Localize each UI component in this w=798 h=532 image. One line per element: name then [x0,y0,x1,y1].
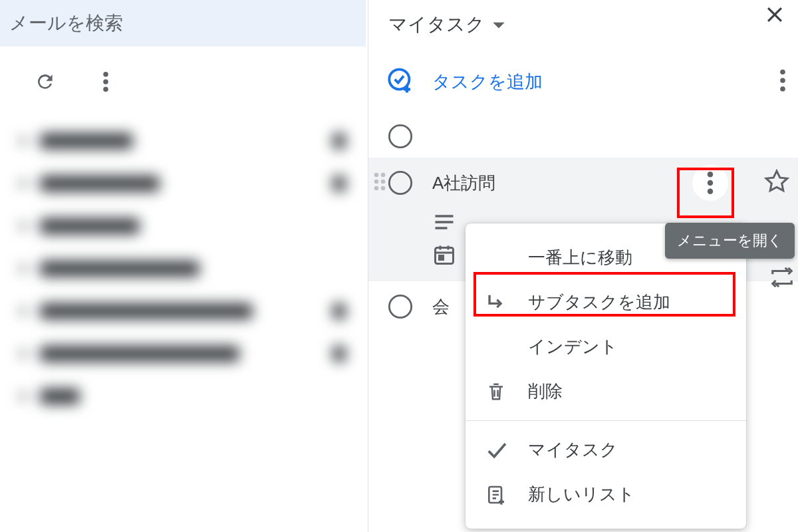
notes-icon[interactable] [432,212,456,235]
svg-point-0 [103,72,108,77]
task-title: A社訪問 [432,172,495,195]
svg-rect-19 [440,256,444,260]
trash-icon [483,380,509,403]
svg-point-4 [780,69,785,74]
add-task-button[interactable]: タスクを追加 [387,67,543,96]
star-icon[interactable] [763,168,790,198]
calendar-icon[interactable] [432,243,456,269]
menu-indent[interactable]: インデント [466,325,746,369]
svg-point-15 [708,172,714,178]
svg-point-11 [381,180,386,184]
mail-list-blurred [0,120,366,418]
svg-point-1 [103,79,108,84]
menu-label: 一番上に移動 [528,246,632,269]
menu-new-list[interactable]: 新しいリスト [466,472,746,517]
menu-my-tasks[interactable]: マイタスク [466,428,746,472]
subtask-icon [483,291,509,314]
task-options-button[interactable] [692,165,728,201]
add-task-label: タスクを追加 [432,70,543,94]
more-icon[interactable] [102,72,109,94]
svg-point-6 [780,86,785,92]
svg-point-14 [389,172,411,194]
caret-down-icon [491,14,506,35]
task-item[interactable]: A社訪問 [368,158,798,208]
svg-point-13 [381,186,386,191]
menu-delete[interactable]: 削除 [466,369,746,414]
refresh-icon[interactable] [35,71,56,95]
svg-point-12 [374,186,379,191]
svg-point-16 [708,180,714,186]
tooltip-text: メニューを開く [677,232,783,249]
menu-label: インデント [528,335,618,358]
add-task-row: タスクを追加 [368,44,798,115]
task-title: 会 [432,295,450,319]
menu-label: 新しいリスト [528,483,635,506]
svg-point-17 [708,189,714,195]
task-complete-circle[interactable] [387,123,414,150]
svg-point-2 [103,87,108,92]
close-icon[interactable] [763,3,786,29]
svg-point-5 [780,78,785,83]
tasks-header: マイタスク [368,0,798,44]
menu-label: マイタスク [528,438,618,462]
drag-handle-icon[interactable] [372,172,387,194]
search-placeholder: メールを検索 [9,11,123,36]
new-list-icon [483,483,509,506]
task-list-name: マイタスク [388,12,485,37]
svg-point-7 [389,125,411,147]
task-complete-circle[interactable] [387,170,414,196]
svg-point-10 [374,180,379,184]
search-input[interactable]: メールを検索 [0,0,366,47]
menu-label: 削除 [528,380,563,403]
svg-point-20 [389,295,411,317]
repeat-icon[interactable] [769,265,795,293]
tooltip: メニューを開く [665,223,795,259]
task-complete-circle[interactable] [387,293,414,320]
menu-divider [466,420,746,421]
svg-point-9 [381,173,386,178]
add-task-icon [387,67,414,96]
mail-panel: メールを検索 [0,0,366,532]
menu-add-subtask[interactable]: サブタスクを追加 [466,280,746,325]
mail-toolbar [0,47,366,120]
task-context-menu: 一番上に移動 サブタスクを追加 インデント 削除 マイタスク 新しいリスト [466,223,746,529]
menu-label: サブタスクを追加 [528,291,670,314]
task-item[interactable] [368,115,798,158]
check-icon [483,441,509,460]
list-options-icon[interactable] [779,69,787,94]
svg-point-8 [374,173,379,178]
task-list-selector[interactable]: マイタスク [388,12,783,37]
